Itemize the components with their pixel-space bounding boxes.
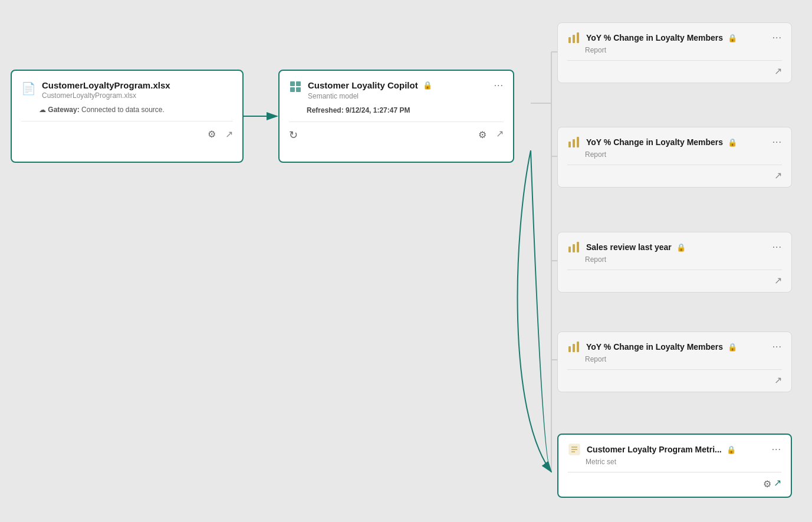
report-1-title-row: YoY % Change in Loyalty Members 🔒 [586, 33, 737, 42]
chart-icon-2 [567, 136, 580, 149]
svg-rect-14 [573, 35, 575, 43]
metric-title: Customer Loyalty Program Metri... [587, 445, 722, 454]
report-card-2-left: YoY % Change in Loyalty Members 🔒 [567, 136, 737, 149]
report-1-more-menu[interactable]: ··· [772, 32, 782, 43]
svg-rect-11 [290, 87, 295, 92]
report-4-link-icon[interactable]: ↗ [774, 375, 782, 386]
report-2-link-icon[interactable]: ↗ [774, 170, 782, 181]
file-icon: 📄 [21, 81, 36, 96]
semantic-subtitle: Semantic model [308, 92, 432, 100]
svg-rect-12 [296, 87, 301, 92]
svg-rect-10 [296, 81, 301, 86]
chart-icon-3 [567, 241, 580, 254]
report-2-footer: ↗ [567, 165, 782, 181]
metric-title-row: Customer Loyalty Program Metri... 🔒 [587, 445, 736, 454]
report-card-4: YoY % Change in Loyalty Members 🔒 ··· Re… [557, 331, 792, 392]
report-card-4-header: YoY % Change in Loyalty Members 🔒 ··· [567, 340, 782, 353]
svg-rect-13 [568, 37, 571, 43]
report-card-3: Sales review last year 🔒 ··· Report ↗ [557, 232, 792, 293]
metric-more-menu[interactable]: ··· [772, 444, 781, 455]
semantic-card-header: Customer Loyality Copilot 🔒 Semantic mod… [289, 80, 504, 100]
metric-link-icon[interactable]: ↗ [774, 477, 781, 491]
semantic-refreshed: Refreshed: 9/12/24, 1:27:47 PM [307, 106, 504, 114]
gateway-value: Connected to data source. [81, 106, 165, 114]
report-2-title-row: YoY % Change in Loyalty Members 🔒 [586, 137, 737, 147]
report-1-link-icon[interactable]: ↗ [774, 65, 782, 77]
report-2-subtitle: Report [585, 150, 782, 159]
svg-rect-15 [577, 32, 579, 43]
scorecard-icon [568, 443, 581, 456]
gateway-info: ☁ Gateway: Connected to data source. [39, 106, 233, 114]
report-card-3-header: Sales review last year 🔒 ··· [567, 241, 782, 254]
semantic-lock-icon: 🔒 [423, 81, 432, 90]
report-card-1-left: YoY % Change in Loyalty Members 🔒 [567, 31, 737, 44]
report-3-footer: ↗ [567, 270, 782, 286]
report-3-title-row: Sales review last year 🔒 [586, 242, 686, 252]
source-schedule-icon[interactable]: ⚙ [205, 127, 218, 141]
source-card-header: 📄 CustomerLoyaltyProgram.xlsx CustomerLo… [21, 80, 233, 100]
report-1-title: YoY % Change in Loyalty Members [586, 33, 723, 42]
semantic-more-menu[interactable]: ··· [494, 80, 504, 91]
report-4-lock: 🔒 [728, 343, 737, 352]
report-card-2: YoY % Change in Loyalty Members 🔒 ··· Re… [557, 127, 792, 188]
semantic-footer-right: ⚙ ↗ [476, 128, 504, 142]
report-card-4-left: YoY % Change in Loyalty Members 🔒 [567, 340, 737, 353]
svg-rect-17 [573, 139, 575, 147]
source-subtitle: CustomerLoyaltyProgram.xlsx [42, 91, 170, 100]
report-card-1-header: YoY % Change in Loyalty Members 🔒 ··· [567, 31, 782, 44]
chart-icon-1 [567, 31, 580, 44]
source-title: CustomerLoyaltyProgram.xlsx [42, 80, 170, 90]
svg-rect-20 [573, 244, 575, 252]
report-1-footer: ↗ [567, 60, 782, 77]
report-3-link-icon[interactable]: ↗ [774, 275, 782, 286]
source-card-footer: ⚙ ↗ [21, 121, 233, 141]
metric-subtitle: Metric set [586, 458, 781, 466]
report-3-lock: 🔒 [676, 243, 686, 252]
report-4-subtitle: Report [585, 355, 782, 363]
report-4-footer: ↗ [567, 369, 782, 386]
semantic-title-row: Customer Loyality Copilot 🔒 [308, 80, 432, 90]
report-3-more-menu[interactable]: ··· [772, 242, 782, 252]
report-1-lock: 🔒 [728, 34, 737, 42]
report-2-lock: 🔒 [728, 138, 737, 147]
gateway-label: Gateway: [48, 106, 79, 114]
svg-rect-16 [568, 142, 571, 147]
semantic-title: Customer Loyality Copilot [308, 80, 418, 90]
svg-rect-22 [568, 346, 571, 352]
metric-card-header: Customer Loyalty Program Metri... 🔒 ··· [568, 443, 781, 456]
semantic-link-icon[interactable]: ↗ [496, 128, 504, 142]
metric-card-footer: ⚙ ↗ [568, 472, 781, 491]
semantic-header-left: Customer Loyality Copilot 🔒 Semantic mod… [289, 80, 432, 100]
report-card-1: YoY % Change in Loyalty Members 🔒 ··· Re… [557, 22, 792, 83]
svg-rect-21 [577, 242, 579, 252]
report-2-more-menu[interactable]: ··· [772, 137, 782, 147]
metric-lock: 🔒 [726, 445, 736, 454]
svg-rect-23 [573, 344, 575, 352]
report-4-title: YoY % Change in Loyalty Members [586, 342, 723, 352]
svg-rect-24 [577, 342, 579, 352]
semantic-refresh-icon[interactable]: ↻ [289, 129, 298, 142]
report-1-subtitle: Report [585, 46, 782, 54]
report-3-title: Sales review last year [586, 242, 672, 252]
report-4-more-menu[interactable]: ··· [772, 342, 782, 352]
report-card-2-header: YoY % Change in Loyalty Members 🔒 ··· [567, 136, 782, 149]
metric-schedule-icon[interactable]: ⚙ [761, 477, 774, 491]
report-3-subtitle: Report [585, 255, 782, 264]
semantic-schedule-icon[interactable]: ⚙ [476, 128, 489, 142]
semantic-card: Customer Loyality Copilot 🔒 Semantic mod… [278, 70, 514, 163]
grid-icon [289, 80, 302, 93]
chart-icon-4 [567, 340, 580, 353]
report-4-title-row: YoY % Change in Loyalty Members 🔒 [586, 342, 737, 352]
metric-card: Customer Loyalty Program Metri... 🔒 ··· … [557, 434, 792, 498]
report-2-title: YoY % Change in Loyalty Members [586, 137, 723, 147]
svg-rect-19 [568, 247, 571, 252]
source-card: 📄 CustomerLoyaltyProgram.xlsx CustomerLo… [11, 70, 244, 163]
source-link-icon[interactable]: ↗ [225, 129, 233, 140]
metric-card-left: Customer Loyalty Program Metri... 🔒 [568, 443, 736, 456]
semantic-card-footer: ↻ ⚙ ↗ [289, 122, 504, 142]
svg-rect-18 [577, 137, 579, 147]
svg-rect-9 [290, 81, 295, 86]
report-card-3-left: Sales review last year 🔒 [567, 241, 686, 254]
